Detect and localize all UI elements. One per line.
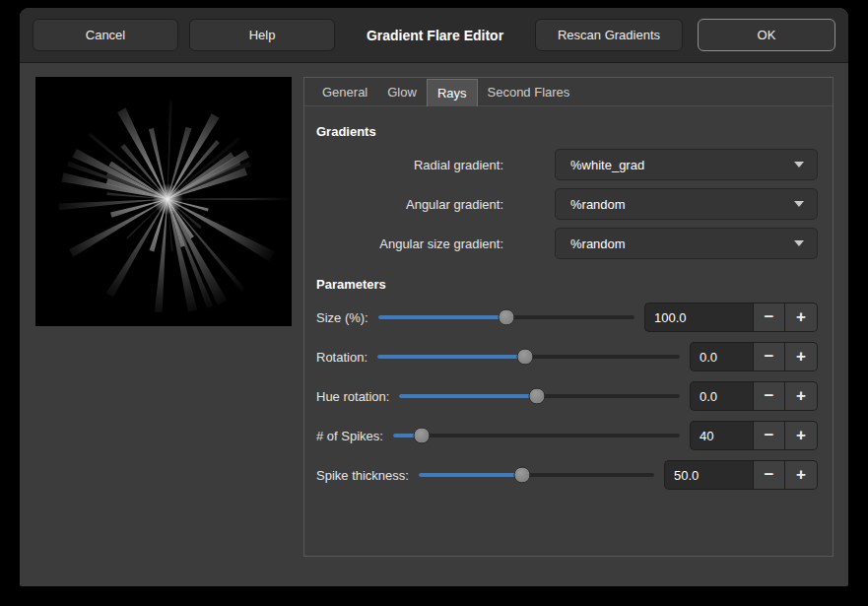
minus-icon[interactable]: − <box>753 421 785 450</box>
angular-size-gradient-row: Angular size gradient: %random <box>316 224 818 263</box>
minus-icon[interactable]: − <box>753 381 785 411</box>
radial-gradient-row: Radial gradient: %white_grad <box>316 145 818 184</box>
hue-rotation-value-field[interactable]: 0.0 <box>690 381 753 411</box>
slider-fill <box>378 315 506 319</box>
rotation-value-field[interactable]: 0.0 <box>690 342 753 371</box>
dropdown-value: %random <box>570 236 626 251</box>
angular-gradient-row: Angular gradient: %random <box>316 184 818 224</box>
minus-icon[interactable]: − <box>753 303 785 332</box>
slider-fill <box>399 394 536 398</box>
dropdown-value: %white_grad <box>570 158 644 172</box>
spike-thickness-value-field[interactable]: 50.0 <box>664 460 753 490</box>
angular-size-gradient-label: Angular size gradient: <box>316 236 503 251</box>
gradients-section-title: Gradients <box>316 124 818 139</box>
size-row: Size (%): 100.0 − + <box>316 298 818 337</box>
hue-rotation-row: Hue rotation: 0.0 − + <box>316 376 818 416</box>
chevron-down-icon <box>794 240 804 246</box>
spike-thickness-spinbox: 50.0 − + <box>664 460 818 490</box>
size-label: Size (%): <box>316 310 368 325</box>
rotation-spinbox: 0.0 − + <box>690 342 818 371</box>
cancel-button[interactable]: Cancel <box>33 19 178 51</box>
spike-thickness-slider[interactable] <box>419 465 654 485</box>
spike-thickness-row: Spike thickness: 50.0 − + <box>316 455 818 495</box>
rotation-label: Rotation: <box>316 350 367 365</box>
slider-track[interactable] <box>393 434 680 438</box>
tab-rays[interactable]: Rays <box>427 79 478 106</box>
slider-handle[interactable] <box>498 309 514 326</box>
size-spinbox: 100.0 − + <box>644 303 818 332</box>
plus-icon[interactable]: + <box>785 303 818 332</box>
tab-second-flares[interactable]: Second Flares <box>478 78 580 105</box>
spikes-value-field[interactable]: 40 <box>690 421 753 450</box>
hue-rotation-label: Hue rotation: <box>316 389 389 404</box>
slider-handle[interactable] <box>514 467 531 484</box>
spike-thickness-label: Spike thickness: <box>316 468 409 483</box>
flare-preview <box>35 77 292 326</box>
angular-gradient-dropdown[interactable]: %random <box>555 188 818 220</box>
parameters-section-title: Parameters <box>316 277 818 292</box>
minus-icon[interactable]: − <box>753 342 785 371</box>
plus-icon[interactable]: + <box>785 342 818 371</box>
tab-general[interactable]: General <box>312 78 377 105</box>
dropdown-value: %random <box>570 197 626 212</box>
ok-button[interactable]: OK <box>698 19 835 51</box>
hue-rotation-spinbox: 0.0 − + <box>690 381 818 411</box>
dialog-content: General Glow Rays Second Flares Gradient… <box>20 63 848 557</box>
angular-gradient-label: Angular gradient: <box>316 197 503 212</box>
settings-notebook: General Glow Rays Second Flares Gradient… <box>303 77 834 557</box>
flare-preview-image <box>35 77 292 326</box>
slider-handle[interactable] <box>414 428 431 444</box>
slider-fill <box>419 473 522 477</box>
spikes-slider[interactable] <box>393 426 680 445</box>
rays-tab-pane: Gradients Radial gradient: %white_grad A… <box>304 106 833 556</box>
rotation-slider[interactable] <box>377 347 680 367</box>
hue-rotation-slider[interactable] <box>399 386 680 406</box>
plus-icon[interactable]: + <box>785 460 818 490</box>
rescan-gradients-button[interactable]: Rescan Gradients <box>535 19 683 51</box>
slider-handle[interactable] <box>517 349 534 366</box>
slider-fill <box>377 355 525 359</box>
tab-bar: General Glow Rays Second Flares <box>304 78 833 106</box>
spikes-label: # of Spikes: <box>316 429 383 443</box>
spikes-row: # of Spikes: 40 − + <box>316 416 818 455</box>
slider-handle[interactable] <box>528 388 545 405</box>
window-title: Gradient Flare Editor <box>341 28 529 43</box>
angular-size-gradient-dropdown[interactable]: %random <box>555 228 818 259</box>
chevron-down-icon <box>794 201 804 207</box>
size-slider[interactable] <box>378 307 634 327</box>
spikes-spinbox: 40 − + <box>690 421 818 450</box>
gradient-flare-editor-window: Cancel Help Gradient Flare Editor Rescan… <box>20 8 848 586</box>
header-bar: Cancel Help Gradient Flare Editor Rescan… <box>20 8 848 63</box>
rotation-row: Rotation: 0.0 − + <box>316 337 818 376</box>
plus-icon[interactable]: + <box>785 381 818 411</box>
tab-glow[interactable]: Glow <box>377 78 427 105</box>
chevron-down-icon <box>794 162 804 168</box>
radial-gradient-dropdown[interactable]: %white_grad <box>555 149 818 180</box>
radial-gradient-label: Radial gradient: <box>316 158 503 172</box>
minus-icon[interactable]: − <box>753 460 785 490</box>
size-value-field[interactable]: 100.0 <box>644 303 753 332</box>
help-button[interactable]: Help <box>189 19 335 51</box>
plus-icon[interactable]: + <box>785 421 818 450</box>
